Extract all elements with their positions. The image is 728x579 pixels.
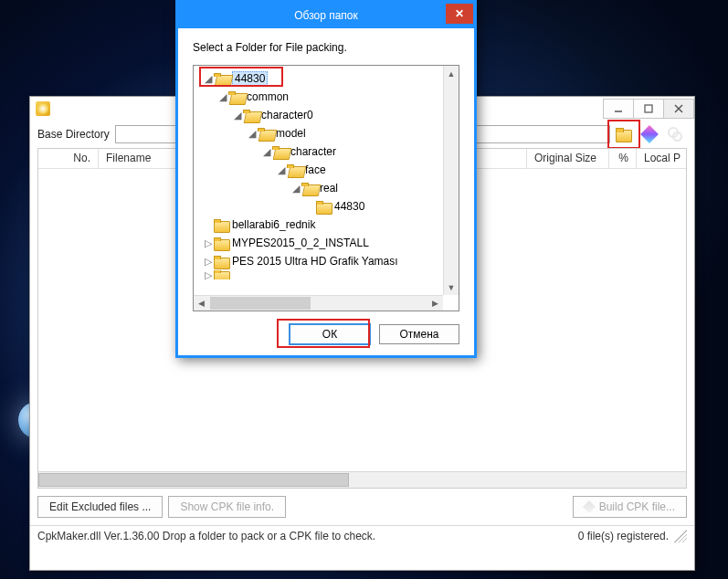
gears-icon [668, 127, 682, 142]
tree-node[interactable]: ◢model [195, 124, 441, 142]
tree-node-label: PES 2015 Ultra HD Grafik Yaması [232, 255, 398, 268]
col-no[interactable]: No. [38, 149, 99, 168]
tree-node[interactable]: ▷ [195, 270, 441, 279]
tree-node[interactable]: 44830 [195, 197, 441, 216]
col-local-path[interactable]: Local P [637, 149, 686, 168]
scroll-left-icon[interactable]: ◀ [194, 299, 209, 308]
tree-h-scrollbar[interactable]: ◀ ▶ [194, 295, 443, 311]
app-icon [36, 101, 50, 116]
tree-v-scrollbar[interactable]: ▲ ▼ [443, 66, 459, 295]
tree-node[interactable]: ▷PES 2015 Ultra HD Grafik Yaması [195, 252, 441, 270]
expand-icon[interactable]: ▷ [203, 256, 214, 268]
scroll-up-icon[interactable]: ▲ [444, 66, 459, 81]
col-percent[interactable]: % [609, 149, 637, 168]
tree-node[interactable]: ◢common [195, 88, 441, 106]
tree-node-label: face [305, 163, 326, 176]
svg-rect-1 [645, 105, 652, 112]
folder-icon [228, 91, 243, 103]
folder-icon [214, 237, 228, 249]
col-filename[interactable]: Filename [99, 149, 181, 168]
tree-node-label: character0 [261, 109, 313, 121]
collapse-icon[interactable]: ◢ [203, 73, 214, 85]
browse-folder-button[interactable] [612, 123, 636, 145]
collapse-icon[interactable]: ◢ [217, 91, 228, 103]
tree-node[interactable]: ◢character0 [195, 106, 441, 124]
folder-icon [214, 256, 228, 268]
status-bar: CpkMaker.dll Ver.1.36.00 Drop a folder t… [30, 525, 694, 545]
edit-excluded-button[interactable]: Edit Excluded files ... [37, 496, 163, 518]
minimize-button[interactable] [603, 99, 634, 119]
folder-icon [287, 164, 301, 176]
dialog-title: Обзор папок [294, 9, 358, 22]
button-row: Edit Excluded files ... Show CPK file in… [30, 489, 694, 525]
collapse-icon[interactable]: ◢ [261, 146, 272, 158]
folder-icon [316, 201, 331, 213]
scroll-right-icon[interactable]: ▶ [427, 299, 443, 308]
tree-node[interactable]: ◢character [195, 142, 441, 161]
collapse-icon[interactable]: ◢ [247, 128, 258, 140]
tree-node-label: 44830 [334, 200, 364, 213]
status-right: 0 file(s) registered. [578, 530, 669, 542]
close-button[interactable] [663, 99, 694, 119]
cancel-button[interactable]: Отмена [379, 324, 459, 344]
folder-icon [301, 183, 316, 195]
expand-icon[interactable]: ▷ [203, 270, 214, 279]
tree-node-label: common [247, 90, 289, 103]
build-icon-button[interactable] [638, 123, 661, 145]
tree-node-label: MYPES2015_0_2_INSTALL [232, 237, 369, 249]
expand-icon[interactable]: ▷ [203, 237, 214, 249]
collapse-icon[interactable]: ◢ [276, 164, 287, 176]
tree-node-label: real [320, 182, 338, 195]
settings-button[interactable] [663, 123, 687, 145]
maximize-button[interactable] [633, 99, 664, 119]
folder-icon [243, 110, 258, 121]
status-left: CpkMaker.dll Ver.1.36.00 Drop a folder t… [37, 530, 375, 542]
folder-icon [214, 270, 228, 279]
tree-node[interactable]: ◢real [195, 179, 441, 197]
diamond-icon [640, 125, 659, 143]
diamond-icon [583, 500, 596, 513]
dialog-titlebar[interactable]: Обзор папок ✕ [178, 3, 474, 28]
tree-node-label: 44830 [232, 71, 268, 86]
tree-node[interactable]: ◢face [195, 161, 441, 179]
tree-node-label: model [276, 127, 306, 140]
tree-node-label: character [290, 145, 336, 158]
tree-node-label: bellarabi6_rednik [232, 218, 315, 231]
collapse-icon[interactable]: ◢ [232, 110, 243, 121]
resize-grip[interactable] [674, 530, 687, 542]
dialog-message: Select a Folder for File packing. [193, 41, 459, 54]
h-scrollbar[interactable] [38, 471, 686, 488]
tree-node[interactable]: ◢44830 [195, 69, 441, 88]
folder-icon [214, 219, 228, 231]
folder-tree: ◢44830◢common◢character0◢model◢character… [193, 65, 459, 311]
build-cpk-button: Build CPK file... [573, 496, 687, 518]
folder-icon [272, 146, 287, 158]
base-dir-label: Base Directory [37, 128, 110, 141]
show-cpk-info-button: Show CPK file info. [168, 496, 286, 518]
tree-node[interactable]: ▷MYPES2015_0_2_INSTALL [195, 234, 441, 252]
dialog-close-button[interactable]: ✕ [446, 4, 473, 24]
col-original-size[interactable]: Original Size [527, 149, 609, 168]
folder-open-icon [616, 128, 632, 141]
scroll-down-icon[interactable]: ▼ [444, 279, 459, 295]
folder-icon [214, 73, 228, 85]
ok-button[interactable]: ОК [290, 324, 370, 344]
tree-view[interactable]: ◢44830◢common◢character0◢model◢character… [194, 66, 443, 295]
folder-browse-dialog: Обзор папок ✕ Select a Folder for File p… [175, 0, 477, 358]
tree-node[interactable]: bellarabi6_rednik [195, 216, 441, 234]
collapse-icon[interactable]: ◢ [290, 183, 301, 195]
scroll-thumb[interactable] [38, 473, 349, 487]
build-cpk-label: Build CPK file... [599, 500, 675, 513]
h-scroll-thumb[interactable] [210, 297, 311, 310]
folder-icon [258, 128, 272, 140]
